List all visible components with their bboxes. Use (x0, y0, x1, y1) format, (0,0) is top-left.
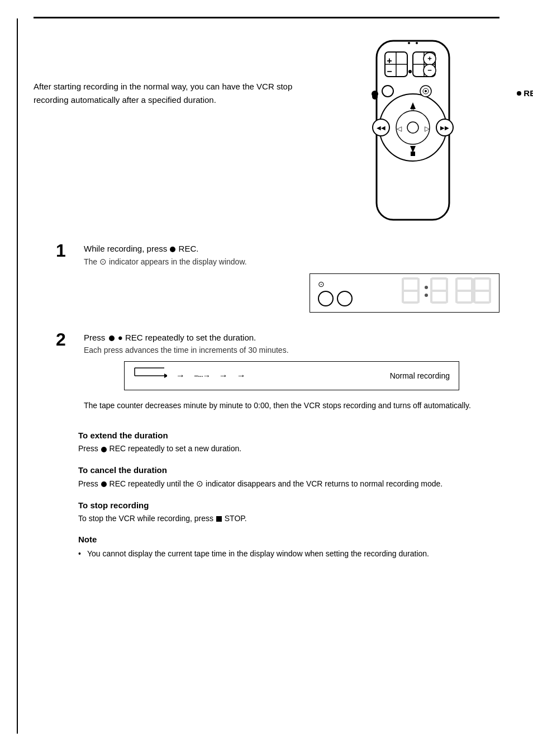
note-item-1: You cannot display the current tape time… (78, 547, 499, 560)
arrow-3: → (237, 371, 246, 381)
svg-point-20 (407, 122, 418, 133)
step-1-rec-label: REC. (179, 244, 199, 253)
svg-point-46 (425, 294, 428, 297)
loop-arrow (134, 366, 167, 386)
rec-text: REC (524, 88, 533, 98)
subsection-extend: To extend the duration Press REC repeate… (56, 431, 499, 455)
normal-recording-label: Normal recording (390, 371, 450, 380)
extend-title: To extend the duration (78, 431, 499, 440)
svg-text:II: II (411, 105, 415, 112)
time-display-svg (402, 275, 491, 306)
svg-marker-71 (164, 374, 167, 378)
step-2-content: Press ● REC repeatedly to set the durati… (84, 333, 499, 419)
top-border (34, 17, 499, 18)
step-1: 1 While recording, press REC. The ⊙ indi… (56, 244, 499, 322)
svg-point-14 (408, 42, 410, 44)
note-title: Note (78, 535, 499, 544)
seq-box: → −···→ → → Normal recording (124, 361, 459, 390)
rec-bullet (517, 91, 521, 96)
sidebar-line (17, 18, 18, 734)
step-1-main: While recording, press REC. (84, 244, 499, 253)
svg-point-45 (425, 286, 428, 289)
extend-text: Press REC repeatedly to set a new durati… (78, 442, 499, 455)
step-1-content: While recording, press REC. The ⊙ indica… (84, 244, 499, 322)
svg-text:−: − (387, 67, 392, 76)
remote-svg: + − + − (343, 35, 488, 225)
svg-text:−: − (427, 66, 432, 74)
step-2: 2 Press ● REC repeatedly to set the dura… (56, 333, 499, 419)
note-list: You cannot display the current tape time… (78, 547, 499, 560)
display-left: ⊙ (318, 280, 353, 306)
timer-icon: ⊙ (318, 280, 325, 289)
arrow-2: → (219, 371, 228, 381)
tape-desc: The tape counter decreases minute by min… (84, 399, 499, 412)
svg-text:◀◀: ◀◀ (377, 125, 386, 131)
stop-title: To stop recording (78, 500, 499, 510)
svg-text:◁: ◁ (397, 125, 402, 133)
display-circle-1 (318, 291, 334, 306)
intro-text: After starting recording in the normal w… (34, 35, 343, 107)
step-2-sub: Each press advances the time in incremen… (84, 346, 499, 355)
remote-diagram: + − + − (343, 35, 499, 227)
step-1-number: 1 (56, 242, 84, 259)
svg-text:▶▶: ▶▶ (440, 125, 449, 131)
arrow-1: → (176, 371, 185, 381)
dashed-arrow: −···→ (194, 371, 210, 380)
seq-inner: → −···→ → → (134, 366, 246, 386)
top-section: After starting recording in the normal w… (34, 35, 499, 227)
svg-text:+: + (387, 56, 392, 65)
subsection-cancel: To cancel the duration Press REC repeate… (56, 465, 499, 490)
svg-text:▷: ▷ (425, 125, 430, 133)
display-circles (318, 291, 353, 306)
cancel-rec-dot (101, 481, 107, 487)
step-1-main-text: While recording, press (84, 244, 167, 253)
step-1-rec-dot (170, 247, 175, 252)
svg-text:+: + (427, 54, 432, 63)
step-2-rec-dot (109, 336, 115, 341)
subsection-stop: To stop recording To stop the VCR while … (56, 500, 499, 525)
stop-square (216, 516, 222, 522)
svg-point-31 (382, 86, 393, 97)
step-1-sub: The ⊙ indicator appears in the display w… (84, 257, 499, 267)
step-2-number: 2 (56, 330, 84, 348)
cancel-text: Press REC repeatedly until the ⊙ indicat… (78, 477, 499, 490)
page-container: After starting recording in the normal w… (0, 0, 533, 756)
step-2-main2: repeatedly to set the duration. (145, 333, 256, 342)
step-2-main-text: Press (84, 333, 105, 342)
steps-section: 1 While recording, press REC. The ⊙ indi… (34, 244, 499, 560)
sequence-diagram: → −···→ → → Normal recording (84, 361, 499, 390)
cancel-title: To cancel the duration (78, 465, 499, 475)
display-circle-2 (337, 291, 353, 306)
stop-text: To stop the VCR while recording, press S… (78, 512, 499, 525)
svg-rect-30 (411, 152, 415, 156)
step-2-main: Press ● REC repeatedly to set the durati… (84, 333, 499, 342)
note-section: Note You cannot display the current tape… (56, 535, 499, 560)
display-window: ⊙ (84, 273, 499, 313)
content-area: After starting recording in the normal w… (34, 35, 499, 560)
step-2-rec-label: ● REC (118, 333, 143, 342)
extend-rec-dot (101, 447, 107, 452)
svg-point-13 (408, 70, 412, 73)
rec-label: REC (517, 88, 533, 98)
svg-point-34 (425, 90, 427, 92)
svg-point-15 (416, 42, 418, 44)
display-box: ⊙ (310, 273, 499, 313)
display-time (402, 275, 491, 311)
step-1-indicator: ⊙ (99, 257, 107, 266)
cancel-indicator: ⊙ (196, 479, 203, 488)
